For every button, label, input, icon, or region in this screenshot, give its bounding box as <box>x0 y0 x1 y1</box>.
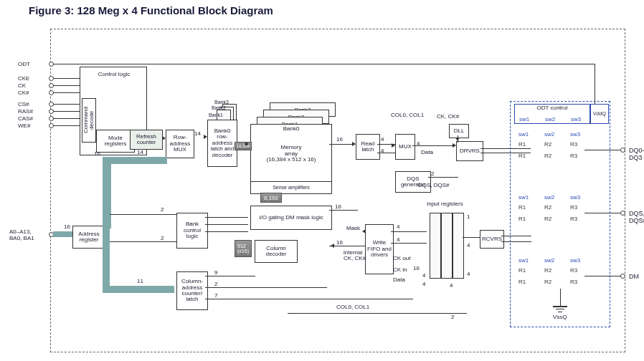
buswidth-4b: 4 <box>381 148 384 154</box>
g1-r3b: R3 <box>570 153 577 159</box>
wire <box>377 153 395 153</box>
arrow-icon <box>331 244 334 248</box>
arrow-icon <box>162 136 166 140</box>
block-bank-control: Bank control logic <box>176 213 208 249</box>
g1-sw3: sw3 <box>570 131 580 138</box>
bank0-lbl: Bank0 <box>251 126 331 132</box>
g3-r2b: R2 <box>544 279 551 285</box>
bank1-lbl-a: Bank1 <box>209 112 223 117</box>
gnd-bar3 <box>558 312 562 312</box>
g3-r3a: R3 <box>570 267 577 274</box>
buswidth-14-b: 14 <box>137 150 143 155</box>
inputreg-1 <box>441 213 453 279</box>
block-odt-control: ODT control sw1 sw2 sw3 <box>514 104 590 124</box>
g3-r1a: R1 <box>518 267 526 274</box>
wire <box>463 237 480 238</box>
buswidth-4c: 4 <box>417 141 420 147</box>
g3-r1b: R1 <box>518 279 526 285</box>
odt-control-lbl: ODT control <box>515 105 589 111</box>
wire <box>288 313 467 314</box>
g2-sw3: sw3 <box>570 194 580 201</box>
block-row-addr-mux: Row- address MUX <box>166 130 194 158</box>
bus-vert-b <box>103 228 110 292</box>
g2-sw1: sw1 <box>518 194 529 201</box>
wire <box>205 287 327 288</box>
wire <box>205 276 255 276</box>
wire <box>205 217 248 218</box>
odt-long-wire <box>71 64 595 64</box>
inputreg-0 <box>430 213 441 279</box>
odt-sw1: sw1 <box>519 117 529 122</box>
buswidth-16b: 16 <box>94 151 100 157</box>
buswidth-16c: 16 <box>336 137 343 143</box>
lbl-data: Data <box>421 150 433 155</box>
g3-sw3: sw3 <box>570 257 580 264</box>
wire <box>53 104 80 105</box>
lbl-col-top: COL0, COL1 <box>391 112 424 118</box>
buswidth-4k: 4 <box>450 283 453 289</box>
g1-r2b: R2 <box>544 153 551 159</box>
buswidth-4i: 4 <box>467 243 470 249</box>
buswidth-4h: 4 <box>422 281 425 287</box>
pin-rasn: RAS# <box>18 108 33 115</box>
block-row-latch: Bank0 row- address latch and decoder <box>207 120 237 167</box>
arrow-icon <box>453 143 456 148</box>
arrow-icon <box>455 138 460 141</box>
wire-dqs <box>584 213 622 213</box>
buswidth-4j: 4 <box>467 271 470 277</box>
wire <box>412 145 455 146</box>
diagram-canvas: ODT CKE CK CK# CS# RAS# CAS# WE# A0–A13,… <box>50 29 625 352</box>
gnd-bar <box>553 306 567 307</box>
g1-sw2: sw2 <box>544 131 554 138</box>
block-mode-registers: Mode registers <box>96 130 135 153</box>
block-drvrs: DRVRS <box>456 141 483 161</box>
pinpad-dq <box>620 148 625 153</box>
pinpad-dm <box>620 274 625 279</box>
wire <box>329 144 354 145</box>
buswidth-4e: 4 <box>397 224 399 230</box>
wire <box>329 210 358 211</box>
odt-sw3: sw3 <box>571 117 581 122</box>
arrow-icon <box>245 142 249 146</box>
g3-r2a: R2 <box>544 267 551 274</box>
arrow-icon <box>352 142 356 146</box>
mask-8192: 8,192 <box>260 193 282 203</box>
g2-r3a: R3 <box>570 204 577 211</box>
buswidth-2e: 2 <box>451 314 454 320</box>
wire <box>53 111 80 112</box>
block-col-decoder: Column decoder <box>255 240 298 263</box>
pin-ckn: CK# <box>18 90 29 96</box>
block-dll: DLL <box>449 124 469 138</box>
wire <box>428 177 458 178</box>
block-control-logic-lbl: Control logic <box>81 72 147 77</box>
buswidth-4g: 4 <box>422 273 425 279</box>
block-read-latch: Read latch <box>356 134 380 160</box>
out-dm: DM <box>629 273 639 280</box>
out-dqs: DQS, DQS# <box>629 210 644 224</box>
pin-addr: A0–A13, BA0, BA1 <box>9 228 34 241</box>
buswidth-4a: 4 <box>381 137 384 143</box>
wire <box>110 214 176 215</box>
block-rcvrs: RCVRS <box>480 230 504 249</box>
pin-casn: CAS# <box>18 115 33 122</box>
g2-r1a: R1 <box>518 204 526 211</box>
g2-r2a: R2 <box>544 204 551 211</box>
wire <box>53 78 80 79</box>
g3-r3b: R3 <box>570 279 577 285</box>
buswidth-16: 16 <box>64 224 70 230</box>
wire <box>53 92 80 93</box>
wire <box>391 231 427 232</box>
lbl-ckin: CK in <box>393 267 407 273</box>
gnd-bar2 <box>556 309 564 309</box>
pin-wen: WE# <box>18 122 30 129</box>
pin-cke: CKE <box>18 75 29 82</box>
g1-r2a: R2 <box>544 141 551 148</box>
wire-dq <box>584 150 622 150</box>
lbl-col-bot: COL0, COL1 <box>336 304 369 310</box>
bank3-lbl-a: Bank3 <box>214 100 229 105</box>
wire <box>391 243 427 244</box>
block-memory-array: Bank0 Memory array (16,384 x 512 x 16) <box>250 124 332 184</box>
out-dq: DQ0–DQ3 <box>629 147 644 161</box>
g3-sw2: sw2 <box>544 257 554 264</box>
wire <box>53 64 71 64</box>
